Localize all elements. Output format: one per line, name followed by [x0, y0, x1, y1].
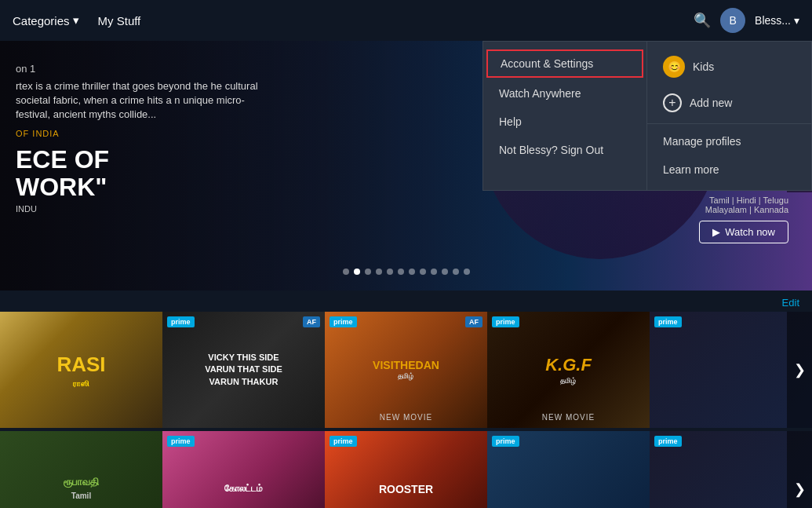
section-header: Edit: [0, 291, 812, 312]
movie-card-9[interactable]: prime: [487, 431, 650, 508]
movie-card-9-inner: prime: [487, 431, 650, 508]
dropdown-divider: [647, 123, 811, 124]
dot-3[interactable]: [365, 269, 371, 275]
prime-badge-3: prime: [330, 316, 357, 327]
row2-next-arrow[interactable]: ❯: [787, 431, 812, 508]
new-movie-label-4: NEW MOVIE: [487, 413, 650, 422]
af-badge-3: AF: [465, 316, 482, 327]
row1-next-arrow[interactable]: ❯: [787, 312, 812, 428]
movie-card-8[interactable]: prime ROOSTER: [325, 431, 487, 508]
card-4-text: K.G.F தமிழ்: [545, 354, 592, 386]
movie-card-1[interactable]: RASI ராஸி: [0, 312, 162, 428]
dropdown-manage-profiles[interactable]: Manage profiles: [647, 127, 811, 155]
prime-badge-5: prime: [654, 316, 682, 327]
card-1-text: RASI ராஸி: [56, 352, 105, 389]
hero-season: on 1: [16, 63, 267, 75]
movie-card-3-inner: prime AF VISITHEDAN தமிழ் NEW MOVIE: [325, 312, 487, 428]
movie-card-7-inner: prime கோலட்டம்: [162, 431, 325, 508]
dot-6[interactable]: [398, 269, 404, 275]
dropdown-kids[interactable]: 😊 Kids: [647, 48, 811, 86]
navbar: Categories ▾ My Stuff 🔍 B Bless... ▾: [0, 0, 812, 41]
movie-card-3[interactable]: prime AF VISITHEDAN தமிழ் NEW MOVIE: [325, 312, 487, 428]
dropdown-add-new[interactable]: + Add new: [647, 86, 811, 120]
mystuff-link[interactable]: My Stuff: [98, 14, 141, 27]
dropdown-right-panel: 😊 Kids + Add new Manage profiles Learn m…: [647, 41, 812, 191]
movie-card-2[interactable]: prime AF VICKY THIS SIDEVARUN THAT SIDEV…: [162, 312, 325, 428]
add-new-label: Add new: [690, 97, 732, 109]
sign-out-label: Not Blessy? Sign Out: [499, 144, 603, 156]
dot-7[interactable]: [409, 269, 415, 275]
search-icon[interactable]: 🔍: [694, 12, 711, 29]
hero-origin: OF INDIA: [16, 129, 267, 138]
dot-11[interactable]: [453, 269, 459, 275]
username-text: Bless...: [755, 14, 791, 27]
movie-row-2: ரூபாவதிTamil prime கோலட்டம் prime ROOSTE…: [0, 431, 812, 508]
movie-card-4[interactable]: prime K.G.F தமிழ் NEW MOVIE: [487, 312, 650, 428]
movie-card-4-inner: prime K.G.F தமிழ் NEW MOVIE: [487, 312, 650, 428]
learn-more-label: Learn more: [663, 163, 719, 176]
movie-card-6[interactable]: ரூபாவதிTamil: [0, 431, 162, 508]
af-badge-2: AF: [303, 316, 320, 327]
dot-4[interactable]: [376, 269, 382, 275]
card-8-text: ROOSTER: [379, 482, 433, 496]
card-3-text: VISITHEDAN தமிழ்: [373, 358, 439, 382]
movie-row-1: RASI ராஸி prime AF VICKY THIS SIDEVARUN …: [0, 312, 812, 428]
nav-right: 🔍 B Bless... ▾: [694, 8, 799, 33]
dot-10[interactable]: [442, 269, 448, 275]
dot-12[interactable]: [464, 269, 470, 275]
card-7-text: கோலட்டம்: [224, 483, 263, 495]
hero-content: on 1 rtex is a crime thriller that goes …: [16, 63, 267, 214]
movie-card-6-inner: ரூபாவதிTamil: [0, 431, 162, 508]
dropdown-sign-out[interactable]: Not Blessy? Sign Out: [483, 136, 646, 164]
watch-anywhere-label: Watch Anywhere: [499, 87, 581, 100]
username-button[interactable]: Bless... ▾: [755, 14, 799, 27]
movie-card-2-inner: prime AF VICKY THIS SIDEVARUN THAT SIDEV…: [162, 312, 325, 428]
new-movie-label-3: NEW MOVIE: [325, 413, 487, 422]
movie-card-1-inner: RASI ராஸி: [0, 312, 162, 428]
help-label: Help: [499, 115, 522, 128]
nav-left: Categories ▾ My Stuff: [13, 13, 140, 27]
hero-bottom-right: Tamil | Hindi | TeluguMalayalam | Kannad…: [699, 196, 788, 243]
movie-card-8-inner: prime ROOSTER: [325, 431, 487, 508]
dot-2[interactable]: [354, 269, 360, 275]
avatar-letter: B: [729, 14, 736, 27]
edit-button[interactable]: Edit: [782, 297, 799, 309]
hero-language: INDU: [16, 204, 267, 214]
dropdown-watch-anywhere[interactable]: Watch Anywhere: [483, 79, 646, 108]
prime-badge-7: prime: [167, 436, 195, 447]
prime-badge-10: prime: [654, 436, 682, 447]
prime-badge-9: prime: [492, 436, 519, 447]
chevron-down-icon: ▾: [73, 13, 79, 27]
prime-badge-2: prime: [167, 316, 195, 327]
movie-card-7[interactable]: prime கோலட்டம்: [162, 431, 325, 508]
dropdown-help[interactable]: Help: [483, 108, 646, 136]
dot-9[interactable]: [431, 269, 437, 275]
manage-profiles-label: Manage profiles: [663, 135, 741, 148]
rasi-title: RASI: [56, 352, 105, 378]
play-icon: ▶: [712, 226, 720, 238]
kids-label: Kids: [693, 60, 714, 73]
dropdown-learn-more[interactable]: Learn more: [647, 155, 811, 184]
dropdown-left-panel: Account & Settings Watch Anywhere Help N…: [482, 41, 647, 191]
chevron-down-icon: ▾: [794, 14, 799, 27]
dot-1[interactable]: [343, 269, 349, 275]
hero-pagination: [343, 269, 470, 275]
prime-badge-4: prime: [492, 316, 519, 327]
dropdown-account-settings[interactable]: Account & Settings: [486, 49, 643, 78]
account-settings-label: Account & Settings: [501, 57, 593, 70]
hero-title: ECE OF WORK": [16, 146, 267, 201]
dropdown-container: Account & Settings Watch Anywhere Help N…: [482, 41, 812, 191]
avatar[interactable]: B: [720, 8, 745, 33]
watch-btn-label: Watch now: [725, 226, 775, 238]
hero-description: rtex is a crime thriller that goes beyon…: [16, 79, 267, 122]
dot-5[interactable]: [387, 269, 393, 275]
dot-8[interactable]: [420, 269, 426, 275]
kids-avatar: 😊: [663, 56, 685, 78]
hero-languages: Tamil | Hindi | TeluguMalayalam | Kannad…: [699, 196, 788, 214]
watch-now-button[interactable]: ▶ Watch now: [699, 221, 788, 243]
content-section: Edit RASI ராஸி prime AF VICKY THIS SIDEV…: [0, 291, 812, 508]
categories-menu[interactable]: Categories ▾: [13, 13, 79, 27]
add-new-icon: +: [663, 93, 682, 112]
card-2-text: VICKY THIS SIDEVARUN THAT SIDEVARUN THAK…: [205, 352, 282, 388]
card-6-text: ரூபாவதிTamil: [64, 476, 99, 503]
